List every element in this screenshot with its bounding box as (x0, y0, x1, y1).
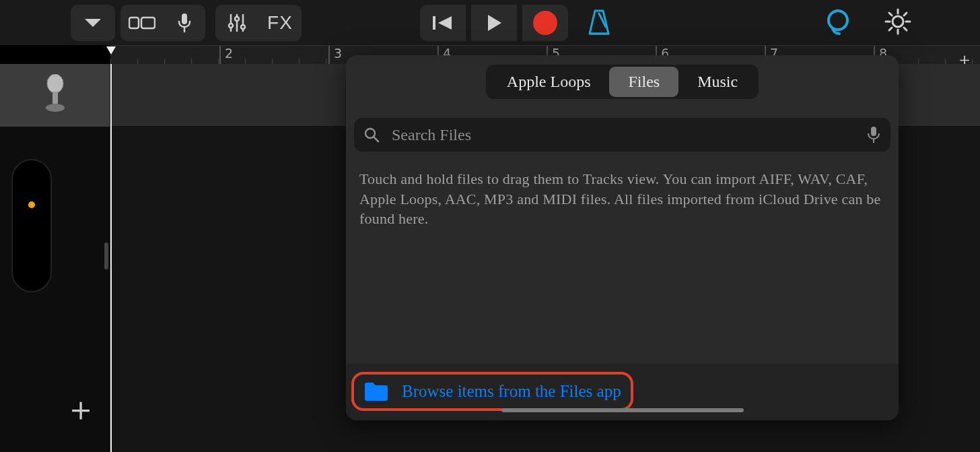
microphone-icon (176, 12, 193, 34)
svg-rect-31 (871, 127, 876, 136)
svg-point-29 (365, 129, 375, 138)
svg-point-26 (47, 74, 63, 93)
svg-rect-1 (129, 18, 139, 28)
tracks-view-button[interactable] (120, 5, 164, 41)
svg-point-17 (893, 16, 903, 27)
browse-files-app-button[interactable]: Browse items from the Files app (351, 372, 633, 411)
fx-button[interactable]: FX (258, 5, 302, 41)
files-popover: Apple Loops Files Music Touch and hold f… (346, 55, 899, 420)
quick-help-pill[interactable] (11, 159, 52, 292)
browse-files-label: Browse items from the Files app (402, 382, 621, 401)
track-header-audio[interactable] (0, 64, 110, 127)
svg-point-8 (235, 17, 239, 21)
playhead[interactable] (110, 64, 112, 452)
metronome-button[interactable] (586, 7, 612, 39)
svg-line-25 (889, 28, 892, 30)
files-hint-text: Touch and hold files to drag them to Tra… (359, 169, 885, 229)
tab-music[interactable]: Music (678, 67, 757, 97)
fx-label: FX (267, 12, 293, 34)
play-button[interactable] (471, 5, 517, 41)
svg-rect-2 (141, 18, 155, 28)
search-bar (354, 118, 890, 152)
svg-point-28 (46, 104, 65, 112)
gear-icon (883, 7, 913, 36)
settings-button[interactable] (883, 7, 913, 39)
svg-point-10 (241, 25, 245, 29)
loop-icon (823, 7, 853, 36)
vintage-microphone-icon (40, 74, 70, 117)
add-track-button[interactable]: ＋ (64, 387, 98, 432)
rewind-icon (431, 13, 454, 32)
svg-rect-3 (182, 13, 187, 24)
svg-marker-0 (85, 19, 101, 27)
navigation-menu-button[interactable] (71, 5, 115, 41)
svg-rect-11 (433, 16, 435, 30)
tab-files[interactable]: Files (609, 67, 678, 97)
microphone-input-button[interactable] (164, 5, 205, 41)
record-button[interactable] (522, 5, 568, 41)
source-segmented-control: Apple Loops Files Music (486, 65, 759, 99)
svg-marker-12 (438, 16, 452, 30)
sheet-handle[interactable] (501, 408, 744, 412)
svg-line-24 (904, 13, 907, 15)
top-toolbar: FX (0, 0, 980, 45)
search-icon (363, 127, 380, 143)
ruler-mark: 3 (334, 46, 342, 61)
svg-line-23 (904, 28, 907, 30)
chevron-down-icon (83, 18, 102, 28)
play-icon (484, 13, 504, 33)
svg-point-16 (829, 11, 847, 30)
indicator-dot-icon (28, 201, 35, 208)
svg-line-30 (374, 137, 378, 141)
tracks-layout-icon (129, 15, 155, 31)
sliders-icon (226, 12, 248, 34)
svg-point-6 (229, 24, 233, 28)
search-input[interactable] (380, 126, 866, 144)
metronome-icon (586, 7, 612, 36)
folder-icon (363, 381, 390, 402)
svg-rect-27 (53, 92, 58, 104)
tab-apple-loops[interactable]: Apple Loops (488, 67, 610, 97)
track-scroll-handle[interactable] (104, 243, 108, 269)
record-icon (533, 11, 557, 35)
mixer-controls-button[interactable] (215, 5, 258, 41)
dictation-icon[interactable] (866, 125, 881, 144)
go-to-start-button[interactable] (420, 5, 466, 41)
ruler-mark: 2 (225, 46, 233, 61)
svg-line-22 (889, 13, 892, 15)
svg-marker-13 (488, 15, 501, 31)
loop-browser-button[interactable] (823, 7, 853, 39)
